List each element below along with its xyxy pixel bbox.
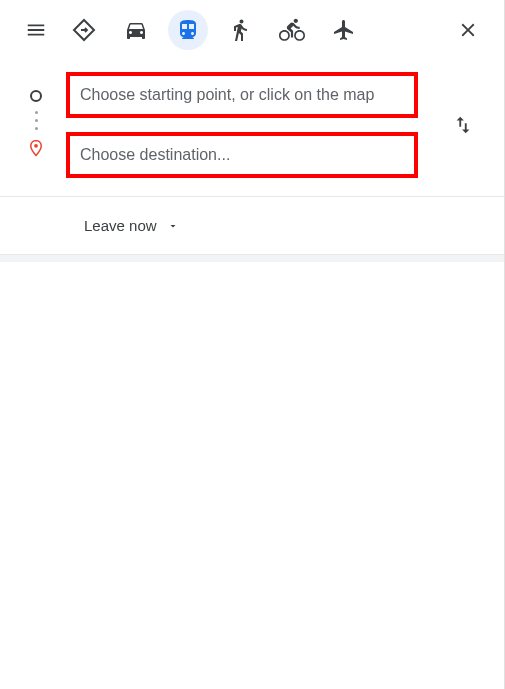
walk-icon xyxy=(228,18,252,42)
origin-marker-icon xyxy=(30,90,42,102)
swap-vertical-icon xyxy=(452,114,474,136)
car-icon xyxy=(124,18,148,42)
swap-column xyxy=(438,105,488,145)
close-button[interactable] xyxy=(448,10,488,50)
train-icon xyxy=(176,18,200,42)
origin-field-box[interactable] xyxy=(66,72,418,118)
origin-input[interactable] xyxy=(80,86,404,104)
mode-bar xyxy=(16,10,488,50)
mode-flights[interactable] xyxy=(324,10,364,50)
section-separator xyxy=(0,254,504,262)
menu-button[interactable] xyxy=(16,10,56,50)
caret-down-icon xyxy=(167,220,179,232)
mode-transit[interactable] xyxy=(168,10,208,50)
mode-cycling[interactable] xyxy=(272,10,312,50)
diamond-directions-icon xyxy=(72,18,96,42)
bike-icon xyxy=(279,17,305,43)
destination-field-box[interactable] xyxy=(66,132,418,178)
plane-icon xyxy=(332,18,356,42)
timing-row: Leave now xyxy=(0,197,504,254)
depart-time-label: Leave now xyxy=(84,217,157,234)
route-inputs xyxy=(16,72,488,178)
waypoint-indicators xyxy=(16,84,56,167)
destination-input[interactable] xyxy=(80,146,404,164)
results-area xyxy=(0,262,504,662)
route-dots-icon xyxy=(35,111,38,130)
hamburger-icon xyxy=(25,19,47,41)
mode-bar-left xyxy=(16,10,368,50)
swap-button[interactable] xyxy=(443,105,483,145)
mode-driving[interactable] xyxy=(116,10,156,50)
close-icon xyxy=(457,19,479,41)
destination-pin-icon xyxy=(27,139,45,161)
depart-time-dropdown[interactable]: Leave now xyxy=(84,217,179,234)
mode-best[interactable] xyxy=(64,10,104,50)
fields-column xyxy=(66,72,438,178)
svg-point-0 xyxy=(34,143,38,147)
mode-walking[interactable] xyxy=(220,10,260,50)
